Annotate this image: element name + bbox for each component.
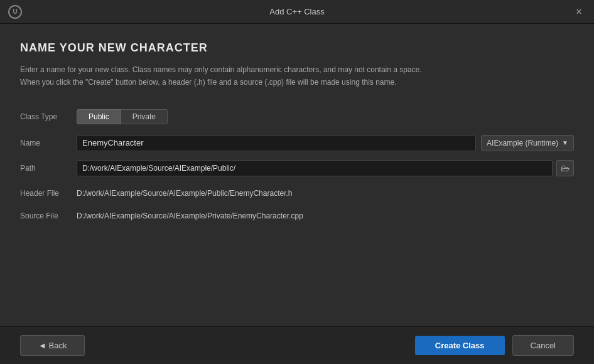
footer: ◄ Back Create Class Cancel: [0, 326, 594, 364]
main-content: NAME YOUR NEW CHARACTER Enter a name for…: [0, 24, 594, 326]
module-label: AIExample (Runtime): [487, 139, 558, 147]
title-bar: U Add C++ Class ×: [0, 0, 594, 24]
header-file-value: D:/work/AIExample/Source/AIExample/Publi…: [77, 189, 292, 198]
section-title: NAME YOUR NEW CHARACTER: [20, 41, 574, 55]
header-file-label: Header File: [20, 189, 77, 198]
path-row: Path 🗁: [20, 159, 574, 177]
name-input[interactable]: [77, 135, 476, 151]
cancel-button[interactable]: Cancel: [512, 335, 574, 356]
source-file-value: D:/work/AIExample/Source/AIExample/Priva…: [77, 211, 303, 220]
source-file-row: Source File D:/work/AIExample/Source/AIE…: [20, 207, 574, 225]
folder-icon: 🗁: [561, 163, 570, 173]
description-line2: When you click the "Create" button below…: [20, 78, 397, 87]
class-type-row: Class Type Public Private: [20, 108, 574, 126]
name-row: Name AIExample (Runtime) ▼: [20, 134, 574, 152]
close-button[interactable]: ×: [571, 4, 586, 19]
description-line1: Enter a name for your new class. Class n…: [20, 65, 422, 74]
app-logo: U: [8, 4, 23, 19]
public-button[interactable]: Public: [77, 109, 121, 124]
name-label: Name: [20, 139, 77, 147]
path-label: Path: [20, 164, 77, 173]
back-button[interactable]: ◄ Back: [20, 335, 85, 356]
header-file-row: Header File D:/work/AIExample/Source/AIE…: [20, 185, 574, 202]
description: Enter a name for your new class. Class n…: [20, 63, 574, 89]
source-file-label: Source File: [20, 211, 77, 220]
class-type-toggle: Public Private: [77, 109, 168, 124]
create-class-button[interactable]: Create Class: [415, 336, 505, 355]
form-area: Class Type Public Private Name AIExample…: [20, 108, 574, 314]
unreal-logo-icon: U: [8, 5, 22, 19]
class-type-label: Class Type: [20, 112, 77, 121]
dialog-title: Add C++ Class: [23, 7, 571, 16]
folder-button[interactable]: 🗁: [556, 160, 574, 176]
private-button[interactable]: Private: [121, 109, 168, 124]
chevron-down-icon: ▼: [562, 139, 568, 146]
path-input[interactable]: [77, 160, 553, 176]
module-dropdown[interactable]: AIExample (Runtime) ▼: [481, 135, 574, 151]
